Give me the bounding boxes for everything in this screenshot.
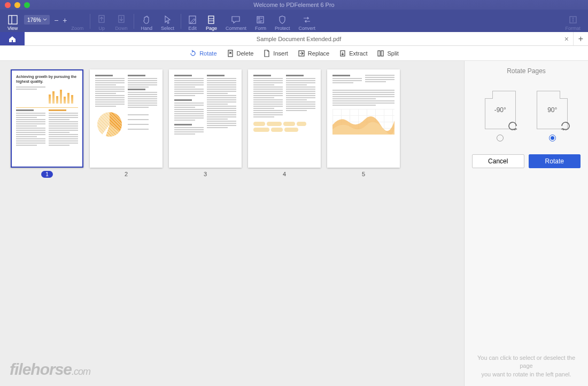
form-tool[interactable]: Form [251,11,270,32]
comment-tool[interactable]: Comment [221,11,251,32]
home-tab[interactable] [0,32,25,45]
page-icon [206,15,216,25]
convert-icon [302,15,312,25]
rotate-left-option[interactable]: -90° [479,91,522,141]
chevron-down-icon [43,18,47,22]
svg-rect-20 [381,51,383,56]
window-titlebar: Welcome to PDFelement 6 Pro [0,0,588,10]
toolbar-separator [90,14,90,29]
edit-tool[interactable]: Edit [183,11,202,32]
watermark: filehorse.com [10,360,90,379]
split-icon [377,50,384,57]
zoom-level-select[interactable]: 176% [24,15,50,25]
page-thumbnail-area: Achieving growth by pursuing the highest… [0,61,464,386]
view-icon [8,15,18,25]
rotate-icon [189,50,197,57]
home-icon [8,35,17,43]
page-thumbnail[interactable]: 5 [327,69,400,178]
window-controls [5,2,30,8]
page-preview [90,69,163,168]
rotate-right-preview: 90° [537,91,568,129]
page-preview [327,69,400,168]
svg-rect-0 [9,15,17,24]
insert-action[interactable]: Insert [263,50,288,57]
form-icon [256,15,265,25]
rotate-right-radio[interactable] [549,135,556,141]
rotate-action[interactable]: Rotate [189,50,216,57]
cursor-icon [163,15,172,25]
rotate-right-option[interactable]: 90° [531,91,574,141]
rotate-cw-icon [560,120,571,132]
page-thumbnail[interactable]: 4 [248,69,321,178]
close-window-button[interactable] [5,2,11,8]
document-tabbar: Sample Document Extended.pdf × + [0,32,588,46]
edit-icon [188,15,197,25]
comment-icon [231,15,241,25]
minimize-window-button[interactable] [14,2,20,8]
page-preview [169,69,242,168]
page-number: 1 [41,171,53,178]
add-tab-button[interactable]: + [573,32,588,45]
page-thumbnail[interactable]: 2 [90,69,163,178]
zoom-out-button[interactable]: − [52,16,60,25]
insert-page-icon [263,50,270,57]
page-preview: Achieving growth by pursuing the highest… [11,69,83,168]
split-action[interactable]: Split [377,50,398,57]
hand-icon [142,15,151,25]
toolbar-separator [181,14,181,29]
page-number: 2 [125,171,128,177]
document-tab-label: Sample Document Extended.pdf [257,36,341,42]
rotate-left-preview: -90° [485,91,516,129]
delete-page-icon [227,50,234,57]
extract-icon [339,50,346,57]
shield-icon [277,15,287,25]
maximize-window-button[interactable] [24,2,30,8]
view-tool[interactable]: View [3,11,22,32]
hand-tool[interactable]: Hand [136,11,157,32]
select-tool[interactable]: Select [157,11,179,32]
rotate-ccw-icon [507,120,519,132]
svg-rect-16 [228,50,233,57]
replace-action[interactable]: Replace [298,50,329,57]
page-tool[interactable]: Page [202,11,221,32]
page-down-icon [117,15,126,25]
page1-heading: Achieving growth by pursuing the highest… [16,75,78,84]
svg-rect-9 [258,18,260,19]
svg-point-14 [572,18,574,19]
svg-rect-19 [378,51,380,56]
svg-rect-5 [208,16,214,23]
info-icon [568,15,578,25]
toolbar-separator [134,14,134,29]
rotate-panel: Rotate Pages -90° 90° Cancel Rotate [464,61,588,386]
page-preview [248,69,321,168]
cancel-button[interactable]: Cancel [472,154,524,168]
panel-title: Rotate Pages [465,61,588,91]
panel-hint: You can click to select or deselect the … [465,354,588,386]
up-tool[interactable]: Up [92,11,111,32]
page-number: 4 [283,171,286,177]
page-thumbnail[interactable]: 3 [169,69,242,178]
main-area: Achieving growth by pursuing the highest… [0,61,588,386]
replace-icon [298,50,305,57]
page-number: 3 [204,171,207,177]
format-tool: Format [561,11,585,32]
rotate-left-radio[interactable] [497,135,504,141]
close-tab-button[interactable]: × [564,35,569,43]
delete-action[interactable]: Delete [227,50,254,57]
page-number: 5 [362,171,365,177]
zoom-label: Zoom [67,11,88,32]
extract-action[interactable]: Extract [339,50,367,57]
page-sub-toolbar: Rotate Delete Insert Replace Extract Spl… [0,46,588,61]
window-title: Welcome to PDFelement 6 Pro [0,2,588,8]
protect-tool[interactable]: Protect [270,11,295,32]
rotate-button[interactable]: Rotate [529,154,581,168]
page-thumbnail[interactable]: Achieving growth by pursuing the highest… [11,69,83,178]
thumbnail-list: Achieving growth by pursuing the highest… [11,69,453,178]
main-toolbar: View 176% − + Zoom Up Down Hand Select E… [0,10,588,32]
page-up-icon [97,15,106,25]
document-tab[interactable]: Sample Document Extended.pdf × [25,32,573,45]
down-tool[interactable]: Down [111,11,131,32]
convert-tool[interactable]: Convert [294,11,320,32]
